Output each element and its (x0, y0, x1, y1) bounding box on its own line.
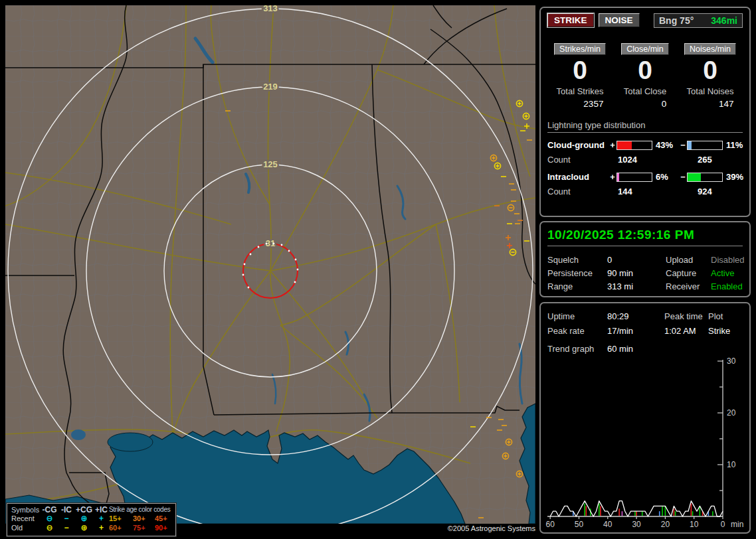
total-noises-label: Total Noises (687, 86, 734, 96)
ic-neg-recent-icon: − (58, 515, 74, 522)
cg-negative-bar (687, 141, 723, 150)
svg-text:10: 10 (690, 520, 699, 529)
strikes-per-min-value: 0 (547, 57, 613, 84)
total-close-label: Total Close (624, 86, 666, 96)
cg-pos-recent-icon: ⊕ (74, 515, 94, 522)
count-label: Count (547, 187, 609, 196)
capture-label: Capture (666, 268, 711, 278)
cloud-ground-label: Cloud-ground (547, 140, 609, 150)
distribution-title: Lightning type distribution (547, 120, 743, 133)
counters-panel: STRIKE NOISE Bng 75° 346mi Strikes/min 0… (539, 7, 751, 217)
noises-counter-column: Noises/min 0 Total Noises 147 (678, 42, 743, 110)
svg-text:219: 219 (263, 82, 278, 92)
cg-negative-count: 265 (688, 155, 743, 165)
squelch-label: Squelch (547, 255, 607, 265)
upload-status: Disabled (711, 255, 745, 265)
total-strikes-value: 2357 (557, 99, 604, 109)
legend-age-header: Strike age color codes (109, 506, 173, 513)
lightning-map[interactable]: 31321912531 Symbols -CG -IC +CG +IC Stri… (5, 5, 535, 524)
receiver-label: Receiver (666, 281, 711, 291)
legend-col-ic-pos: +IC (94, 506, 109, 513)
age-code-75: 75+ (133, 524, 155, 532)
peak-rate-label: Peak rate (547, 326, 607, 336)
ic-positive-pct: 6% (652, 172, 679, 182)
total-strikes-label: Total Strikes (557, 86, 604, 96)
cloud-ground-row: Cloud-ground + 43% − 11% (547, 140, 743, 150)
range-value: 313 mi (607, 281, 666, 291)
cg-pos-old-icon: ⊕ (74, 524, 94, 531)
cloud-ground-count-row: Count 1024 265 (547, 155, 743, 165)
age-code-60: 60+ (109, 524, 133, 532)
svg-text:10: 10 (727, 460, 736, 469)
cg-negative-pct: 11% (723, 140, 745, 150)
legend-col-cg-pos: +CG (74, 506, 94, 513)
svg-text:20: 20 (727, 408, 736, 418)
legend-row-old-label: Old (11, 524, 41, 532)
age-code-45: 45+ (155, 514, 173, 522)
cg-neg-recent-icon: ⊖ (41, 515, 58, 522)
cg-positive-bar (616, 141, 652, 150)
receiver-status: Enabled (711, 281, 745, 291)
svg-text:30: 30 (632, 520, 641, 529)
bearing-readout: Bng 75° 346mi (654, 13, 743, 28)
svg-text:40: 40 (603, 520, 613, 529)
cg-positive-pct: 43% (652, 140, 679, 150)
status-panel: 10/20/2025 12:59:16 PM Squelch 0 Upload … (539, 221, 751, 297)
peak-rate-value: 17/min (607, 326, 664, 336)
ic-negative-bar (687, 173, 723, 182)
strikes-per-min-label: Strikes/min (554, 43, 606, 55)
cg-neg-old-icon: ⊖ (41, 524, 58, 531)
plus-sign: + (609, 140, 616, 150)
bearing-distance: 346mi (711, 15, 737, 26)
range-label: Range (547, 281, 607, 291)
intracloud-row: Intracloud + 6% − 39% (547, 172, 743, 182)
plot-mode-value: Strike (708, 326, 743, 336)
uptime-label: Uptime (547, 311, 607, 321)
intracloud-count-row: Count 144 924 (547, 187, 743, 196)
svg-text:0: 0 (721, 520, 725, 529)
strikes-counter-column: Strikes/min 0 Total Strikes 2357 (547, 42, 613, 110)
persistence-label: Persistence (547, 268, 607, 278)
svg-text:50: 50 (575, 520, 584, 529)
lightning-type-distribution: Lightning type distribution Cloud-ground… (547, 120, 743, 196)
noise-mode-button[interactable]: NOISE (599, 13, 640, 27)
age-code-30: 30+ (133, 514, 155, 522)
sidebar: STRIKE NOISE Bng 75° 346mi Strikes/min 0… (539, 7, 751, 534)
age-code-90: 90+ (155, 524, 173, 532)
trend-graph-label: Trend graph (547, 344, 607, 354)
svg-text:min: min (731, 520, 743, 529)
close-per-min-label: Close/min (621, 43, 669, 55)
close-counter-column: Close/min 0 Total Close 0 (613, 42, 678, 110)
count-label: Count (547, 155, 609, 165)
ic-neg-old-icon: − (58, 524, 74, 531)
legend-col-ic-neg: -IC (58, 506, 74, 513)
plot-label: Plot (708, 311, 743, 321)
cg-positive-count: 1024 (609, 155, 688, 165)
svg-text:20: 20 (661, 520, 670, 529)
age-code-15: 15+ (109, 514, 133, 522)
ic-negative-pct: 39% (723, 172, 745, 182)
ic-negative-count: 924 (688, 187, 743, 196)
ic-positive-count: 144 (609, 187, 688, 196)
svg-text:60: 60 (546, 520, 555, 529)
peak-time-label: Peak time (664, 311, 708, 321)
ic-pos-old-icon: + (94, 524, 109, 531)
ic-positive-bar (616, 173, 652, 182)
minus-sign: − (679, 140, 687, 150)
svg-text:125: 125 (263, 159, 278, 169)
close-per-min-value: 0 (613, 57, 678, 84)
bearing-label: Bng 75° (659, 15, 694, 26)
minus-sign: − (679, 172, 687, 182)
legend-row-recent-label: Recent (11, 514, 41, 522)
upload-label: Upload (666, 255, 711, 265)
total-noises-value: 147 (687, 99, 734, 109)
trend-window-value: 60 min (607, 344, 743, 354)
strike-mode-button[interactable]: STRIKE (547, 13, 594, 27)
map-canvas[interactable]: 31321912531 (5, 5, 535, 524)
plus-sign: + (609, 172, 616, 182)
legend-col-cg-neg: -CG (41, 506, 58, 513)
total-close-value: 0 (624, 99, 666, 109)
ic-pos-recent-icon: + (94, 515, 109, 522)
noises-per-min-label: Noises/min (684, 43, 736, 55)
legend-symbols-header: Symbols (11, 506, 41, 514)
